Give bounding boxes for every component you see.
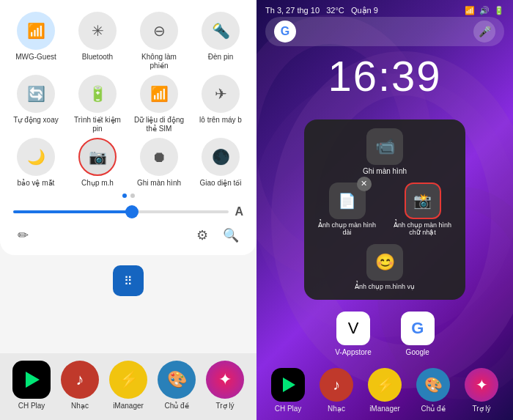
right-chplay-icon [271,368,305,402]
dock-app-themes[interactable]: 🎨 Chủ đề [158,361,196,410]
sidebar-toggle-icon[interactable]: ⠿ [113,265,144,296]
close-button[interactable]: ✕ [357,177,372,191]
status-right-icons: 📶 🔊 🔋 [465,6,504,15]
screenshot-popup: 📹 Ghi màn hình 📄 ✕ [304,119,465,300]
chplay-label: CH Play [18,402,45,410]
right-dock-themes[interactable]: 🎨 Chủ đề [416,368,450,413]
qs-icon-darkmode: 🌑 [202,138,240,176]
popup-item-partialshot[interactable]: 😊 Ảnh chụp m.hình vụ [313,244,457,291]
qs-item-cast[interactable]: ✈ lô trên máy b [192,75,249,133]
dock-app-assistant[interactable]: ✦ Trợ lý [206,361,244,410]
qs-item-bluetooth[interactable]: ✳ Bluetooth [69,12,126,70]
right-assistant-icon: ✦ [465,368,498,402]
qs-item-dnd[interactable]: ⊖ Không làm phiền [130,12,188,70]
brightness-row[interactable]: A [7,202,249,221]
qs-icon-screenrecord: ⏺ [140,138,178,176]
brightness-track[interactable] [13,210,229,213]
right-assistant-label: Trợ lý [472,405,490,413]
qs-label-eyecare: bảo vệ mắt [18,179,55,188]
mic-icon[interactable]: 🎤 [473,21,495,43]
qs-item-wifi[interactable]: 📶 MWG-Guest [7,12,64,70]
dock-app-music[interactable]: ♪ Nhạc [61,361,99,410]
edit-icon[interactable]: ✏ [18,227,29,243]
music-icon: ♪ [61,361,99,399]
longshot-icon-wrap: 📄 ✕ [329,183,366,219]
right-content: Th 3, 27 thg 10 32°C Quận 9 📶 🔊 🔋 G 🎤 16… [256,0,513,420]
right-dock-row: CH Play ♪ Nhạc ⚡ iManager 🎨 [256,368,513,413]
qs-item-autorotate[interactable]: 🔄 Tự động xoay [7,75,64,133]
qs-item-darkmode[interactable]: 🌑 Giao diện tối [192,138,249,188]
qs-label-autorotate: Tự động xoay [13,116,58,125]
left-panel: 📶 MWG-Guest ✳ Bluetooth ⊖ Không làm phiề… [0,0,256,420]
quick-settings-grid: 📶 MWG-Guest ✳ Bluetooth ⊖ Không làm phiề… [7,12,249,188]
themes-label: Chủ đề [164,402,188,410]
svg-marker-0 [26,372,40,388]
qs-label-darkmode: Giao diện tối [199,179,241,188]
chplay-icon [12,361,51,399]
popup-item-screenrecord[interactable]: 📹 Ghi màn hình [313,128,457,175]
google-search-bar[interactable]: G 🎤 [265,17,504,46]
right-dock-music[interactable]: ♪ Nhạc [320,368,353,413]
themes-icon: 🎨 [158,361,196,399]
qs-item-flashlight[interactable]: 🔦 Đèn pin [192,12,249,70]
bottom-dock: CH Play ♪ Nhạc ⚡ iManager 🎨 Chủ đề [0,353,256,420]
qs-icon-eyecare: 🌙 [17,138,55,176]
google-app-icon: G [401,312,435,345]
signal-icon: 📶 [465,6,475,15]
dock-apps-row: CH Play ♪ Nhạc ⚡ iManager 🎨 Chủ đề [0,361,256,410]
popup-item-rectshot[interactable]: 📸 Ảnh chụp màn hình chữ nhật [388,183,457,237]
qs-icon-autorotate: 🔄 [17,75,55,113]
qs-item-eyecare[interactable]: 🌙 bảo vệ mắt [7,138,64,188]
qs-label-bluetooth: Bluetooth [82,53,113,62]
dock-app-chplay[interactable]: CH Play [12,361,51,410]
qs-bottom-bar: ✏ ⚙ 🔍 [7,221,249,246]
right-bottom-dock: CH Play ♪ Nhạc ⚡ iManager 🎨 [256,368,513,420]
assistant-icon: ✦ [206,361,244,399]
search-icon[interactable]: 🔍 [223,227,239,243]
partialshot-label: Ảnh chụp m.hình vụ [355,283,415,291]
qs-icon-screenshot: 📷 [78,138,117,176]
app-shortcuts-bar: ⠿ [0,255,256,296]
battery-status-icon: 🔋 [494,6,504,15]
qs-item-screenshot[interactable]: 📷 Chụp m.h [69,138,126,188]
qs-icon-battery: 🔋 [78,75,117,113]
qs-bottom-right-icons: ⚙ 🔍 [196,227,239,243]
right-panel: Th 3, 27 thg 10 32°C Quận 9 📶 🔊 🔋 G 🎤 16… [256,0,513,420]
dot-1 [122,194,127,198]
qs-label-screenrecord: Ghi màn hình [137,179,181,188]
rectshot-label: Ảnh chụp màn hình chữ nhật [388,221,457,237]
qs-icon-bluetooth: ✳ [78,12,117,50]
longshot-label: Ảnh chụp màn hình dài [313,221,381,237]
right-dock-imanager[interactable]: ⚡ iManager [368,368,402,413]
right-dock-chplay[interactable]: CH Play [271,368,305,413]
home-middle-area: 📹 Ghi màn hình 📄 ✕ [256,105,513,368]
music-label: Nhạc [71,402,89,410]
screenrecord-label: Ghi màn hình [363,167,407,175]
quick-settings-panel: 📶 MWG-Guest ✳ Bluetooth ⊖ Không làm phiề… [0,0,256,255]
google-item[interactable]: G Google [401,312,435,356]
qs-item-battery[interactable]: 🔋 Trình tiết kiệm pin [69,75,126,133]
brightness-thumb [125,205,139,218]
dock-app-imanager[interactable]: ⚡ iManager [109,361,147,410]
partialshot-icon-wrap: 😊 [366,244,403,281]
qs-label-dnd: Không làm phiền [133,53,185,70]
right-imanager-label: iManager [369,405,400,413]
popup-item-longshot[interactable]: 📄 ✕ Ảnh chụp màn hình dài [313,183,381,237]
assistant-label: Trợ lý [215,402,234,410]
status-temp: 32°C [326,6,344,15]
qs-label-screenshot: Chụp m.h [81,179,114,188]
rectshot-icon-wrap: 📸 [405,183,441,219]
qs-label-wifi: MWG-Guest [15,53,56,62]
screenshot-popup-area: 📹 Ghi màn hình 📄 ✕ [256,119,513,300]
screenrecord-icon-wrap: 📹 [366,128,403,165]
settings-icon[interactable]: ⚙ [196,227,208,243]
vappstore-item[interactable]: V V-Appstore [335,312,371,356]
right-chplay-label: CH Play [275,405,302,413]
qs-item-screenrecord[interactable]: ⏺ Ghi màn hình [130,138,188,188]
right-music-label: Nhạc [328,405,345,413]
google-label: Google [406,348,429,356]
qs-label-cast: lô trên máy b [199,116,242,125]
clock-area: 16:39 [256,52,513,105]
qs-item-mobiledata[interactable]: 📶 Dữ liệu di động thẻ SIM [130,75,188,133]
right-dock-assistant[interactable]: ✦ Trợ lý [465,368,498,413]
